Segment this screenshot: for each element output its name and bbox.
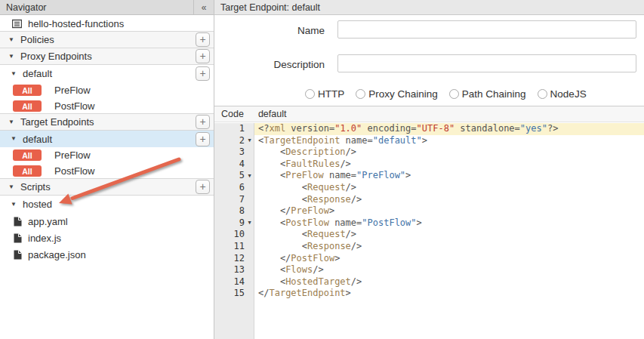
sidebar-item-default[interactable]: ▼default+ (0, 65, 214, 82)
code-line-14[interactable]: 14 <HostedTarget/> (214, 276, 644, 288)
code-text[interactable]: <PreFlow name="PreFlow"> (254, 170, 644, 182)
code-text[interactable]: <TargetEndpoint name="default"> (254, 135, 644, 147)
code-text[interactable]: <Response/> (254, 241, 644, 253)
sidebar-item-preflow[interactable]: AllPreFlow (0, 82, 214, 98)
line-number: 3 (214, 146, 254, 159)
sidebar-item-target-endpoints[interactable]: ▼Target Endpoints+ (0, 113, 214, 131)
code-line-15[interactable]: 15</TargetEndpoint> (214, 288, 644, 300)
code-text[interactable]: <Response/> (254, 194, 644, 206)
code-line-2[interactable]: 2▼<TargetEndpoint name="default"> (214, 135, 644, 147)
code-text[interactable]: <Request/> (254, 182, 644, 194)
collapse-sidebar-icon[interactable]: « (193, 0, 214, 14)
radio-circle-icon[interactable] (449, 89, 459, 99)
code-file-label: default (258, 109, 287, 119)
sidebar-item-default[interactable]: ▼default+ (0, 131, 214, 147)
code-text[interactable]: <Flows/> (254, 264, 644, 276)
add-button[interactable]: + (196, 49, 210, 63)
line-number: 6 (214, 182, 254, 194)
sidebar-item-hosted[interactable]: ▼hosted (0, 196, 214, 213)
code-line-4[interactable]: 4 <FaultRules/> (214, 159, 644, 171)
add-button[interactable]: + (196, 180, 210, 194)
flow-condition-badge: All (13, 149, 42, 161)
sidebar-item-label: PreFlow (54, 85, 91, 96)
sidebar-item-scripts[interactable]: ▼Scripts+ (0, 178, 214, 196)
code-line-9[interactable]: 9▼ <PostFlow name="PostFlow"> (214, 217, 644, 230)
code-tab-label: Code (221, 109, 244, 119)
code-line-6[interactable]: 6 <Request/> (214, 182, 644, 194)
sidebar-item-postflow[interactable]: AllPostFlow (0, 163, 214, 179)
line-number: 11 (214, 241, 254, 253)
sidebar-item-hello-hosted-functions[interactable]: hello-hosted-functions (0, 15, 214, 32)
code-editor[interactable]: 1<?xml version="1.0" encoding="UTF-8" st… (214, 123, 644, 339)
sidebar-item-package-json[interactable]: package.json (0, 246, 214, 263)
fold-toggle-icon[interactable]: ▼ (245, 174, 254, 179)
description-field[interactable] (337, 54, 636, 72)
sidebar-item-label: default (23, 134, 52, 145)
bundle-list-icon (12, 19, 22, 29)
code-line-10[interactable]: 10 <Request/> (214, 229, 644, 241)
code-text[interactable]: <PostFlow name="PostFlow"> (254, 217, 644, 230)
line-number: 15 (214, 288, 254, 300)
chevron-down-icon[interactable]: ▼ (11, 71, 17, 77)
radio-circle-icon[interactable] (356, 89, 365, 99)
radio-circle-icon[interactable] (538, 89, 547, 99)
sidebar-item-label: Target Endpoints (20, 116, 94, 128)
file-icon (14, 250, 22, 260)
code-line-5[interactable]: 5▼ <PreFlow name="PreFlow"> (214, 170, 644, 182)
add-button[interactable]: + (196, 132, 210, 146)
chevron-down-icon[interactable]: ▼ (8, 184, 15, 190)
target-endpoint-panel: Target Endpoint: default Name Descriptio… (214, 0, 644, 339)
code-text[interactable]: </PostFlow> (254, 253, 644, 265)
radio-label: Path Chaining (462, 88, 526, 100)
line-number: 8 (214, 205, 254, 217)
radio-path-chaining[interactable]: Path Chaining (449, 88, 526, 100)
target-endpoint-title: Target Endpoint: default (220, 2, 320, 13)
radio-label: Proxy Chaining (368, 88, 438, 100)
radio-nodejs[interactable]: NodeJS (538, 88, 587, 100)
code-text[interactable]: <FaultRules/> (254, 159, 644, 171)
sidebar-item-label: PostFlow (54, 165, 94, 177)
sidebar-item-label: PreFlow (54, 149, 91, 161)
code-text[interactable]: <Request/> (254, 229, 644, 241)
chevron-down-icon[interactable]: ▼ (8, 54, 15, 60)
chevron-down-icon[interactable]: ▼ (11, 202, 17, 208)
code-line-7[interactable]: 7 <Response/> (214, 194, 644, 206)
code-line-13[interactable]: 13 <Flows/> (214, 264, 644, 276)
radio-proxy-chaining[interactable]: Proxy Chaining (356, 88, 438, 100)
code-panel: Code default 1<?xml version="1.0" encodi… (214, 106, 644, 339)
sidebar-item-proxy-endpoints[interactable]: ▼Proxy Endpoints+ (0, 48, 214, 65)
fold-toggle-icon[interactable]: ▼ (245, 138, 254, 143)
sidebar-item-label: hello-hosted-functions (28, 18, 124, 29)
sidebar-item-postflow[interactable]: AllPostFlow (0, 98, 214, 114)
code-text[interactable]: </PreFlow> (254, 205, 644, 217)
chevron-down-icon[interactable]: ▼ (8, 37, 15, 43)
add-button[interactable]: + (196, 66, 210, 81)
code-line-3[interactable]: 3 <Description/> (214, 146, 644, 159)
line-number: 7 (214, 194, 254, 206)
code-line-11[interactable]: 11 <Response/> (214, 241, 644, 253)
code-text[interactable]: <Description/> (254, 146, 644, 159)
chevron-down-icon[interactable]: ▼ (8, 119, 15, 125)
add-button[interactable]: + (196, 32, 210, 47)
code-text[interactable]: </TargetEndpoint> (254, 288, 644, 300)
sidebar-item-index-js[interactable]: index.js (0, 230, 214, 246)
code-line-8[interactable]: 8 </PreFlow> (214, 205, 644, 217)
code-line-12[interactable]: 12 </PostFlow> (214, 253, 644, 265)
code-text[interactable]: <HostedTarget/> (254, 276, 644, 288)
code-text[interactable]: <?xml version="1.0" encoding="UTF-8" sta… (254, 123, 644, 135)
apigee-proxy-editor: Navigator « hello-hosted-functions▼Polic… (0, 0, 644, 339)
sidebar-item-app-yaml[interactable]: app.yaml (0, 213, 214, 230)
fold-toggle-icon[interactable]: ▼ (245, 220, 254, 226)
sidebar-item-label: index.js (28, 233, 61, 244)
line-number: 9▼ (214, 217, 254, 230)
radio-circle-icon[interactable] (305, 89, 315, 99)
code-line-1[interactable]: 1<?xml version="1.0" encoding="UTF-8" st… (214, 123, 644, 135)
add-button[interactable]: + (196, 115, 210, 129)
name-field[interactable] (337, 20, 636, 39)
sidebar-item-preflow[interactable]: AllPreFlow (0, 147, 214, 163)
sidebar-item-policies[interactable]: ▼Policies+ (0, 31, 214, 48)
radio-http[interactable]: HTTP (305, 88, 344, 100)
chevron-down-icon[interactable]: ▼ (11, 136, 17, 142)
sidebar-item-label: Policies (20, 34, 54, 45)
file-icon (14, 217, 22, 227)
